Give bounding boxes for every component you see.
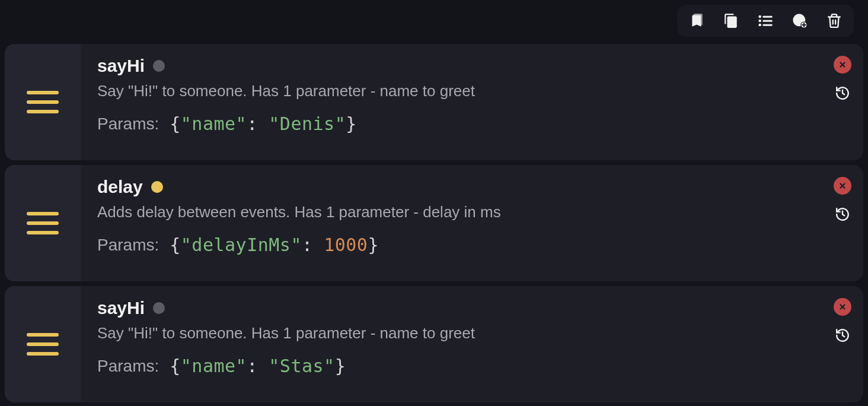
row-actions	[834, 177, 851, 223]
title-line: delay	[97, 177, 847, 197]
svg-rect-3	[762, 16, 772, 18]
params-label: Params:	[97, 236, 159, 255]
remove-button[interactable]	[834, 177, 851, 195]
history-icon[interactable]	[834, 84, 851, 102]
row-body: sayHi Say "Hi!" to someone. Has 1 parame…	[81, 286, 863, 402]
bookmark-icon[interactable]	[688, 12, 706, 30]
event-description: Say "Hi!" to someone. Has 1 parameter - …	[97, 82, 847, 100]
params-line: Params: {"name": "Stas"}	[97, 356, 847, 376]
status-dot	[153, 60, 165, 72]
status-dot	[151, 181, 163, 193]
history-icon[interactable]	[834, 326, 851, 344]
row-body: delay Adds delay between events. Has 1 p…	[81, 165, 863, 281]
params-line: Params: {"delayInMs": 1000}	[97, 234, 847, 255]
params-json: {"name": "Denis"}	[170, 113, 357, 134]
drag-handle[interactable]	[5, 286, 81, 402]
svg-point-2	[758, 24, 761, 27]
copy-icon[interactable]	[722, 12, 740, 30]
remove-button[interactable]	[834, 56, 851, 74]
params-label: Params:	[97, 357, 159, 376]
row-body: sayHi Say "Hi!" to someone. Has 1 parame…	[81, 44, 863, 160]
remove-button[interactable]	[834, 298, 851, 316]
svg-point-0	[758, 15, 761, 18]
row-actions	[834, 298, 851, 344]
event-description: Say "Hi!" to someone. Has 1 parameter - …	[97, 324, 847, 342]
trash-icon[interactable]	[825, 12, 843, 30]
event-title: sayHi	[97, 298, 145, 318]
title-line: sayHi	[97, 56, 847, 76]
row-actions	[834, 56, 851, 102]
params-json: {"name": "Stas"}	[170, 356, 346, 376]
event-row: delay Adds delay between events. Has 1 p…	[5, 165, 863, 281]
status-dot	[153, 302, 165, 314]
params-json: {"delayInMs": 1000}	[170, 234, 379, 255]
add-circle-icon[interactable]	[791, 12, 809, 30]
history-icon[interactable]	[834, 205, 851, 223]
event-row: sayHi Say "Hi!" to someone. Has 1 parame…	[5, 286, 863, 402]
title-line: sayHi	[97, 298, 847, 318]
list-icon[interactable]	[757, 12, 774, 30]
event-row: sayHi Say "Hi!" to someone. Has 1 parame…	[5, 44, 863, 160]
event-title: delay	[97, 177, 143, 197]
svg-point-1	[758, 20, 761, 23]
drag-handle[interactable]	[5, 44, 81, 160]
drag-handle[interactable]	[5, 165, 81, 281]
event-list: sayHi Say "Hi!" to someone. Has 1 parame…	[5, 44, 863, 402]
event-description: Adds delay between events. Has 1 paramet…	[97, 203, 847, 221]
event-title: sayHi	[97, 56, 145, 76]
svg-rect-4	[762, 20, 772, 22]
params-label: Params:	[97, 115, 159, 134]
params-line: Params: {"name": "Denis"}	[97, 113, 847, 134]
svg-rect-5	[762, 24, 772, 26]
toolbar	[677, 5, 854, 37]
